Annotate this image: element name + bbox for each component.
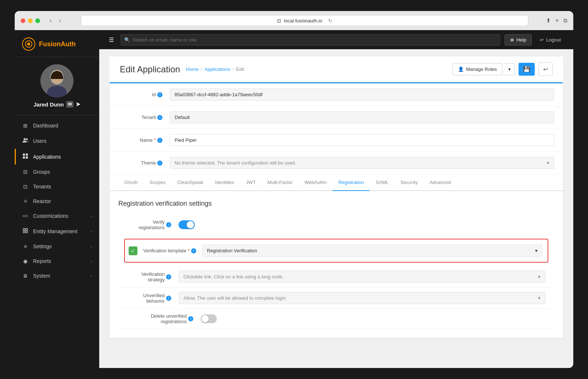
forward-button[interactable]: ›: [57, 16, 63, 25]
verification-strategy-info-icon[interactable]: i: [166, 274, 171, 279]
close-button[interactable]: [21, 18, 25, 23]
tab-saml[interactable]: SAML: [370, 174, 394, 191]
theme-info-icon[interactable]: i: [157, 160, 162, 166]
url-icon: ⊡: [277, 18, 281, 24]
page-title-area: Edit Application Home / Applications / E…: [120, 64, 244, 75]
id-value: 85a03867-dccf-4882-adde-1a79aeec50df: [170, 89, 554, 101]
tenant-field: Tenant i Default: [110, 106, 563, 129]
verification-strategy-field: Verification strategy i Clickable link. …: [118, 266, 554, 288]
logout-icon: ↩: [540, 37, 544, 43]
sidebar-item-label: Settings: [33, 243, 52, 249]
sidebar-item-label: Applications: [33, 154, 61, 160]
logout-button[interactable]: ↩ Logout: [535, 34, 566, 46]
arrow-left-icon: ↩: [543, 66, 548, 72]
unverified-behavior-info-icon[interactable]: i: [166, 296, 171, 301]
search-input[interactable]: [121, 34, 500, 46]
sidebar-item-groups[interactable]: ⊟ Groups: [15, 165, 99, 179]
theme-select[interactable]: No theme selected. The tenant configurat…: [170, 157, 554, 169]
name-info-icon[interactable]: i: [157, 138, 162, 143]
theme-field: Theme i No theme selected. The tenant co…: [110, 152, 563, 174]
name-label: Name * i: [118, 137, 162, 143]
tab-registration[interactable]: Registration: [333, 174, 370, 191]
toggle-off[interactable]: [201, 314, 217, 323]
content-area: Edit Application Home / Applications / E…: [99, 49, 573, 368]
sidebar-item-dashboard[interactable]: ⊞ Dashboard: [15, 118, 99, 133]
sidebar-item-label: Users: [33, 138, 47, 144]
name-input[interactable]: [170, 134, 554, 146]
help-icon: ⊕: [510, 37, 514, 43]
tabs-icon[interactable]: ⧉: [563, 17, 567, 24]
unverified-behavior-select[interactable]: Allow. The user will be allowed to compl…: [179, 292, 545, 304]
verification-template-info-icon[interactable]: i: [191, 248, 196, 253]
browser-nav: ‹ ›: [47, 16, 63, 25]
sidebar-item-users[interactable]: Users: [15, 133, 99, 149]
tab-advanced[interactable]: Advanced: [424, 174, 457, 191]
tab-identities[interactable]: Identities: [209, 174, 240, 191]
delete-unverified-info-icon[interactable]: i: [188, 316, 193, 321]
user-message-icon: ✉: [66, 101, 74, 108]
customizations-icon: </>: [22, 214, 29, 218]
svg-rect-14: [26, 228, 28, 230]
tab-multi-factor[interactable]: Multi-Factor: [262, 174, 299, 191]
chevron-down-icon: ▾: [508, 66, 511, 72]
form-card: Id i 85a03867-dccf-4882-adde-1a79aeec50d…: [110, 82, 563, 338]
sidebar-item-reports[interactable]: ◉ Reports ›: [15, 254, 99, 268]
minimize-button[interactable]: [28, 18, 33, 23]
menu-toggle-button[interactable]: ☰: [107, 34, 116, 46]
verification-strategy-label: Verification strategy i: [127, 271, 171, 282]
registration-settings: Registration verification settings Verif…: [110, 191, 563, 338]
verify-registrations-toggle[interactable]: [179, 220, 195, 229]
manage-roles-dropdown-button[interactable]: ▾: [505, 63, 515, 75]
tenant-label: Tenant i: [118, 115, 162, 120]
sidebar-item-label: Groups: [33, 169, 50, 175]
sidebar-nav: ⊞ Dashboard Users Applications ⊟: [15, 115, 99, 368]
page-header: Edit Application Home / Applications / E…: [110, 57, 563, 82]
sidebar-item-applications[interactable]: Applications: [15, 149, 99, 165]
new-tab-icon[interactable]: +: [555, 17, 559, 24]
reactor-icon: ⚛: [22, 198, 29, 204]
address-bar[interactable]: ⊡ local.fusionauth.io ↻: [81, 15, 528, 26]
verification-template-wrapper: ✓ Verification template * i Registration…: [118, 239, 554, 263]
sidebar-item-settings[interactable]: ≡ Settings ›: [15, 239, 99, 254]
sidebar-item-reactor[interactable]: ⚛ Reactor: [15, 194, 99, 209]
id-info-icon[interactable]: i: [157, 92, 162, 97]
sidebar: FusionAuth Jared Dunn ✉: [15, 30, 99, 368]
verification-template-select[interactable]: Registration Verification ▾: [202, 245, 542, 257]
save-icon: 💾: [523, 66, 530, 72]
share-icon[interactable]: ⬆: [546, 17, 551, 24]
save-button[interactable]: 💾: [519, 63, 535, 76]
verification-strategy-select[interactable]: Clickable link. Click on a link using a …: [179, 271, 545, 283]
sidebar-item-entity-management[interactable]: Entity Management ›: [15, 223, 99, 239]
sidebar-item-label: Reactor: [33, 198, 51, 204]
maximize-button[interactable]: [35, 18, 40, 23]
svg-rect-11: [23, 156, 25, 159]
verify-registrations-info-icon[interactable]: i: [166, 222, 171, 227]
tab-security[interactable]: Security: [395, 174, 424, 191]
sidebar-item-label: System: [33, 273, 50, 279]
entity-management-icon: [22, 228, 29, 235]
unverified-behavior-label: Unverified behavior i: [127, 293, 171, 304]
tab-cleanspeak[interactable]: CleanSpeak: [171, 174, 209, 191]
sidebar-item-system[interactable]: 🖥 System ›: [15, 268, 99, 283]
back-button[interactable]: ‹: [47, 16, 54, 25]
sidebar-item-tenants[interactable]: ⊡ Tenants: [15, 179, 99, 194]
help-button[interactable]: ⊕ Help: [505, 34, 532, 46]
tab-oauth[interactable]: OAuth: [118, 174, 144, 191]
breadcrumb-home[interactable]: Home: [186, 66, 199, 72]
sidebar-item-customizations[interactable]: </> Customizations ›: [15, 209, 99, 223]
tab-jwt[interactable]: JWT: [240, 174, 262, 191]
tenant-info-icon[interactable]: i: [157, 115, 162, 120]
tab-scopes[interactable]: Scopes: [144, 174, 171, 191]
refresh-icon[interactable]: ↻: [328, 18, 332, 24]
toggle-on[interactable]: [179, 220, 195, 229]
check-icon: ✓: [129, 246, 137, 255]
svg-point-8: [26, 138, 28, 140]
back-to-list-button[interactable]: ↩: [538, 62, 553, 76]
top-bar: ☰ 🔍 ⊕ Help ↩ Logout: [99, 30, 573, 49]
tab-webauthn[interactable]: WebAuthn: [298, 174, 332, 191]
toggle-knob: [201, 315, 209, 322]
delete-unverified-toggle[interactable]: [201, 314, 217, 323]
required-indicator: *: [154, 137, 156, 143]
manage-roles-button[interactable]: 👤 Manage Roles: [452, 63, 502, 75]
breadcrumb-applications[interactable]: Applications: [204, 66, 230, 72]
